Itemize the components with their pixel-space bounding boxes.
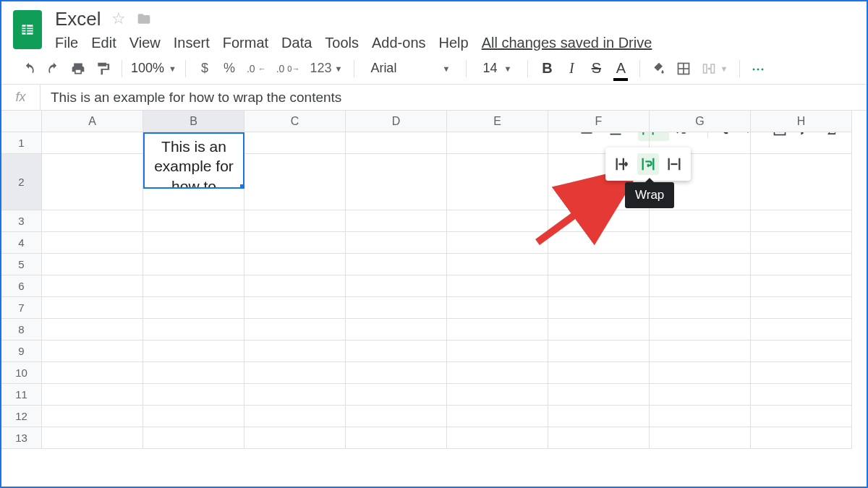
cell[interactable] — [751, 427, 852, 449]
cell[interactable] — [650, 275, 751, 297]
row-header[interactable]: 12 — [1, 406, 42, 427]
cell[interactable] — [548, 254, 650, 275]
cell[interactable] — [751, 132, 852, 154]
cell[interactable] — [143, 210, 244, 232]
cell[interactable] — [143, 232, 244, 254]
cell[interactable] — [42, 384, 143, 406]
text-color-button[interactable]: A — [610, 58, 631, 80]
cell[interactable] — [548, 210, 650, 232]
cell[interactable] — [548, 427, 650, 449]
selected-cell[interactable]: This is an example for how to — [143, 132, 244, 189]
menu-edit[interactable]: Edit — [91, 35, 116, 51]
cell[interactable] — [447, 154, 548, 210]
cell[interactable] — [346, 254, 447, 275]
cell[interactable] — [42, 232, 143, 254]
cell[interactable] — [143, 341, 244, 362]
cell[interactable] — [447, 384, 548, 406]
cell[interactable] — [447, 341, 548, 362]
cell[interactable] — [447, 254, 548, 275]
cell[interactable] — [650, 384, 751, 406]
select-all-corner[interactable] — [1, 111, 42, 132]
menu-insert[interactable]: Insert — [174, 35, 210, 51]
col-header[interactable]: D — [346, 111, 447, 132]
clip-option[interactable] — [663, 153, 685, 175]
row-header[interactable]: 2 — [1, 154, 42, 210]
folder-icon[interactable] — [136, 12, 152, 26]
cell[interactable] — [42, 297, 143, 319]
cell[interactable] — [751, 362, 852, 384]
menu-data[interactable]: Data — [281, 35, 312, 51]
cell[interactable] — [751, 319, 852, 341]
col-header[interactable]: F — [548, 111, 650, 132]
cell[interactable] — [650, 297, 751, 319]
menu-file[interactable]: File — [55, 35, 78, 51]
menu-help[interactable]: Help — [439, 35, 469, 51]
cell[interactable] — [42, 154, 143, 210]
font-select[interactable]: Arial▼ — [363, 61, 457, 76]
cell[interactable] — [548, 341, 650, 362]
cell[interactable] — [447, 275, 548, 297]
cell[interactable] — [346, 341, 447, 362]
cell[interactable] — [751, 154, 852, 210]
more-formats-button[interactable]: 123▼ — [307, 58, 345, 80]
cell[interactable] — [244, 406, 346, 427]
cell[interactable] — [447, 297, 548, 319]
row-header[interactable]: 7 — [1, 297, 42, 319]
more-toolbar-button[interactable]: ⋯ — [749, 58, 769, 80]
col-header[interactable]: H — [751, 111, 852, 132]
cell[interactable] — [548, 232, 650, 254]
cell[interactable] — [42, 275, 143, 297]
col-header[interactable]: A — [42, 111, 143, 132]
cell[interactable] — [346, 384, 447, 406]
cell[interactable] — [650, 232, 751, 254]
currency-button[interactable]: $ — [195, 58, 215, 80]
fill-color-button[interactable] — [649, 58, 669, 80]
cell[interactable] — [42, 427, 143, 449]
cell[interactable] — [447, 210, 548, 232]
row-header[interactable]: 9 — [1, 341, 42, 362]
cell[interactable] — [447, 362, 548, 384]
menu-addons[interactable]: Add-ons — [372, 35, 426, 51]
decrease-decimal-button[interactable]: .0← — [244, 58, 269, 80]
cell[interactable] — [143, 254, 244, 275]
cell[interactable] — [143, 275, 244, 297]
cell[interactable] — [346, 319, 447, 341]
cell[interactable] — [346, 362, 447, 384]
cell[interactable] — [244, 154, 346, 210]
save-status[interactable]: All changes saved in Drive — [482, 35, 652, 51]
menu-tools[interactable]: Tools — [325, 35, 359, 51]
cell[interactable] — [143, 427, 244, 449]
cell[interactable] — [244, 341, 346, 362]
cell[interactable] — [244, 232, 346, 254]
cell[interactable] — [751, 341, 852, 362]
cell[interactable] — [244, 297, 346, 319]
col-header[interactable]: E — [447, 111, 548, 132]
cell[interactable] — [548, 362, 650, 384]
cell[interactable] — [346, 297, 447, 319]
row-header[interactable]: 8 — [1, 319, 42, 341]
cell[interactable] — [751, 406, 852, 427]
row-header[interactable]: 1 — [1, 132, 42, 154]
cell[interactable] — [447, 319, 548, 341]
font-size-select[interactable]: 14▼ — [475, 61, 519, 76]
cell[interactable] — [548, 406, 650, 427]
cell[interactable] — [42, 132, 143, 154]
increase-decimal-button[interactable]: .00→ — [273, 58, 303, 80]
cell[interactable] — [143, 406, 244, 427]
cell[interactable] — [346, 132, 447, 154]
cell[interactable] — [447, 232, 548, 254]
col-header[interactable]: C — [244, 111, 346, 132]
zoom-select[interactable]: 100%▼ — [131, 61, 176, 76]
cell[interactable] — [650, 341, 751, 362]
star-icon[interactable]: ☆ — [111, 9, 126, 28]
row-header[interactable]: 13 — [1, 427, 42, 449]
cell[interactable] — [143, 319, 244, 341]
cell[interactable] — [244, 254, 346, 275]
cell[interactable] — [548, 275, 650, 297]
cell[interactable] — [548, 319, 650, 341]
cell[interactable] — [244, 319, 346, 341]
percent-button[interactable]: % — [219, 58, 239, 80]
bold-button[interactable]: B — [537, 58, 557, 80]
cell[interactable] — [548, 297, 650, 319]
cell[interactable] — [346, 406, 447, 427]
